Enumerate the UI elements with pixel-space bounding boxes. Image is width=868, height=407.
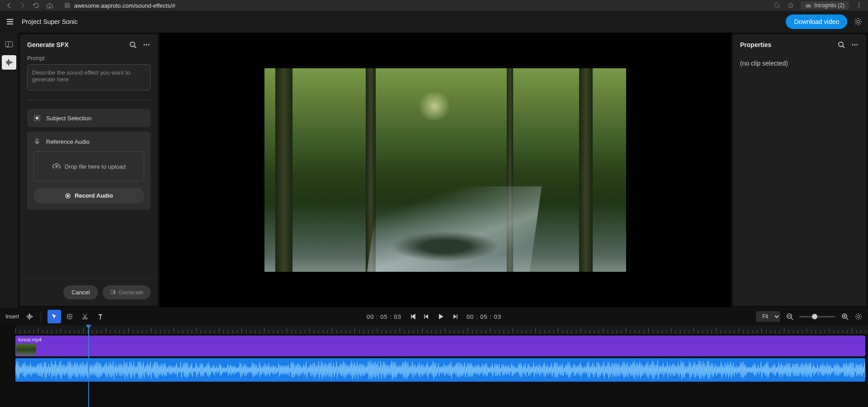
- browser-menu-icon[interactable]: [855, 2, 863, 9]
- video-track[interactable]: forest.mp4: [15, 336, 865, 356]
- address-bar[interactable]: awesome.aaproto.com/sound-effects/#: [60, 2, 767, 9]
- skip-back-icon[interactable]: [410, 313, 417, 320]
- step-forward-icon[interactable]: [451, 313, 458, 320]
- svg-point-25: [69, 316, 71, 317]
- upload-icon: [52, 162, 61, 171]
- upload-dropzone[interactable]: Drop file here to upload: [33, 151, 144, 181]
- svg-point-27: [85, 317, 87, 319]
- url-text: awesome.aaproto.com/sound-effects/#: [74, 2, 175, 9]
- svg-point-18: [67, 194, 69, 197]
- properties-title: Properties: [740, 41, 771, 48]
- svg-point-3: [809, 5, 811, 7]
- svg-point-10: [130, 42, 135, 47]
- svg-point-30: [858, 316, 860, 318]
- zoom-in-icon[interactable]: [841, 312, 849, 321]
- mic-icon: [33, 138, 41, 145]
- selection-icon: [33, 114, 41, 122]
- cancel-button[interactable]: Cancel: [63, 285, 98, 299]
- rail-library-icon[interactable]: [2, 37, 16, 52]
- svg-point-20: [839, 42, 843, 47]
- more-icon[interactable]: [851, 41, 859, 49]
- svg-point-7: [857, 20, 859, 23]
- svg-point-4: [859, 3, 859, 4]
- prompt-label: Prompt: [27, 55, 151, 62]
- svg-rect-24: [67, 314, 72, 319]
- svg-point-1: [774, 3, 779, 7]
- no-clip-text: (no clip selected): [733, 55, 866, 71]
- clip-label: forest.mp4: [18, 337, 42, 342]
- svg-point-22: [854, 44, 856, 46]
- reload-icon[interactable]: [33, 2, 40, 9]
- browser-bar: awesome.aaproto.com/sound-effects/# Inco…: [0, 0, 868, 11]
- incognito-icon: [805, 2, 811, 9]
- search-icon[interactable]: [837, 41, 845, 49]
- star-icon[interactable]: [787, 2, 794, 9]
- more-icon[interactable]: [142, 41, 151, 49]
- reference-audio-section: Reference Audio Drop file here to upload…: [27, 132, 151, 210]
- text-tool[interactable]: [94, 310, 107, 323]
- video-preview[interactable]: [264, 68, 626, 272]
- svg-rect-0: [65, 3, 70, 8]
- forward-icon[interactable]: [19, 2, 26, 9]
- site-icon: [64, 2, 71, 9]
- settings-icon[interactable]: [854, 312, 863, 321]
- playhead[interactable]: [88, 326, 89, 407]
- insert-label: Insert: [5, 313, 19, 320]
- sfx-panel: Generate SFX Prompt Subject Selection Re…: [20, 34, 158, 306]
- svg-point-9: [7, 46, 9, 47]
- download-button[interactable]: Download video: [786, 14, 847, 29]
- play-icon[interactable]: [437, 312, 445, 321]
- fit-select[interactable]: Fit: [756, 311, 780, 322]
- app-header: Project Super Sonic Download video: [0, 11, 868, 33]
- divider: [27, 99, 151, 100]
- select-tool[interactable]: [47, 310, 61, 323]
- back-icon[interactable]: [5, 2, 13, 9]
- sidebar-rail: [0, 33, 18, 308]
- svg-point-12: [146, 44, 147, 46]
- svg-point-5: [859, 5, 859, 6]
- prompt-input[interactable]: [27, 64, 151, 90]
- time-total: 00 : 05 : 03: [467, 313, 501, 320]
- preview-area: [160, 33, 731, 308]
- svg-rect-16: [36, 139, 38, 142]
- subject-selection-button[interactable]: Subject Selection: [27, 109, 151, 127]
- menu-icon[interactable]: [5, 17, 14, 26]
- svg-rect-8: [5, 42, 13, 47]
- rail-audio-icon[interactable]: [2, 55, 16, 70]
- svg-point-13: [148, 44, 150, 46]
- zoom-out-icon[interactable]: [786, 312, 794, 321]
- generate-button[interactable]: Generate: [103, 285, 151, 299]
- audio-track[interactable]: [15, 358, 865, 382]
- svg-point-23: [857, 44, 858, 46]
- svg-point-21: [852, 44, 854, 46]
- search-icon[interactable]: [129, 41, 137, 49]
- timeline-toolbar: Insert 00 : 05 : 03 00 : 05 : 03 Fit: [0, 308, 868, 326]
- step-back-icon[interactable]: [423, 313, 430, 320]
- svg-point-6: [859, 7, 859, 8]
- svg-point-26: [83, 317, 85, 319]
- project-title: Project Super Sonic: [22, 18, 78, 25]
- waveform: [15, 360, 865, 379]
- waveform-tool-icon[interactable]: [25, 312, 34, 321]
- clip-thumbnail: [16, 344, 36, 355]
- time-current: 00 : 05 : 03: [367, 313, 401, 320]
- timeline-ruler[interactable]: [15, 326, 868, 334]
- zoom-slider[interactable]: [799, 316, 835, 317]
- cut-tool[interactable]: [78, 310, 92, 323]
- svg-rect-15: [36, 117, 38, 119]
- gear-icon[interactable]: [854, 17, 863, 26]
- zoom-browser-icon[interactable]: [774, 2, 781, 9]
- incognito-badge: Incognito (2): [801, 1, 849, 9]
- sfx-panel-title: Generate SFX: [27, 41, 69, 48]
- hand-tool[interactable]: [63, 310, 76, 323]
- properties-panel: Properties (no clip selected): [733, 34, 866, 306]
- timeline[interactable]: forest.mp4: [0, 326, 868, 407]
- generate-icon: [110, 289, 116, 296]
- home-icon[interactable]: [46, 2, 53, 9]
- record-icon: [65, 193, 71, 199]
- record-audio-button[interactable]: Record Audio: [33, 188, 144, 204]
- svg-point-11: [144, 44, 145, 46]
- svg-point-2: [806, 5, 808, 7]
